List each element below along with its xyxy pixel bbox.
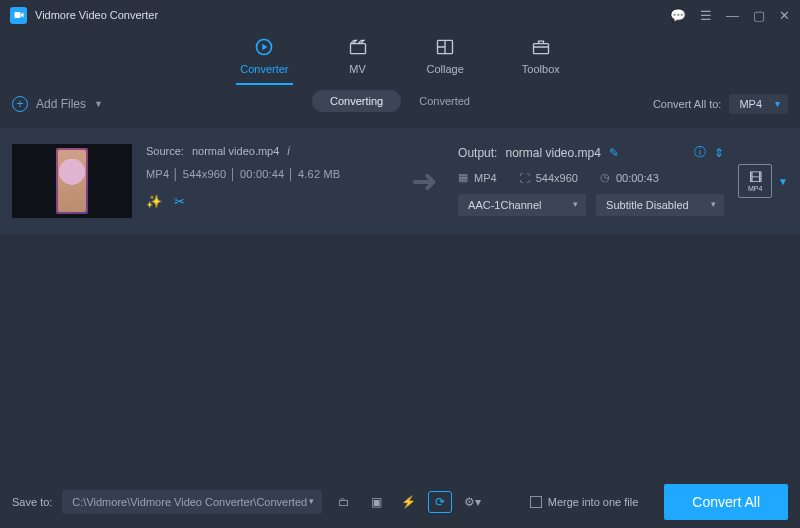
dimensions-icon: ⛶ [519, 172, 530, 184]
arrow-icon: ➜ [405, 162, 444, 200]
app-title: Vidmore Video Converter [35, 9, 158, 21]
nav-converter[interactable]: Converter [240, 37, 288, 85]
nav-toolbox-label: Toolbox [522, 63, 560, 75]
nav-mv-label: MV [349, 63, 366, 75]
add-files-button[interactable]: + Add Files ▼ [12, 96, 103, 112]
format-box-label: MP4 [748, 185, 762, 192]
clock-icon: ◷ [600, 171, 610, 184]
add-files-label: Add Files [36, 97, 86, 111]
convert-all-button[interactable]: Convert All [664, 484, 788, 520]
info-icon[interactable]: i [287, 144, 290, 158]
audio-select[interactable]: AAC-1Channel [458, 194, 586, 216]
video-icon: ▦ [458, 171, 468, 184]
app-logo-icon [10, 7, 27, 24]
svg-rect-4 [533, 44, 548, 54]
save-path-select[interactable]: C:\Vidmore\Vidmore Video Converter\Conve… [62, 490, 322, 514]
edit-icon[interactable]: ✎ [609, 146, 619, 160]
convert-all-to-select[interactable]: MP4 [729, 94, 788, 114]
hw-accel-icon[interactable]: ⚡ [396, 491, 420, 513]
main-nav: Converter MV Collage Toolbox [0, 30, 800, 86]
format-picker: 🎞 MP4 ▼ [738, 164, 788, 198]
output-filename: normal video.mp4 [505, 146, 600, 160]
output-resolution: 544x960 [536, 172, 578, 184]
mv-icon [347, 37, 369, 57]
source-label: Source: [146, 145, 184, 157]
output-label: Output: [458, 146, 497, 160]
output-info-icon[interactable]: ⓘ [694, 144, 706, 161]
format-box[interactable]: 🎞 MP4 [738, 164, 772, 198]
open-folder-icon[interactable]: 🗀 [332, 491, 356, 513]
chevron-down-icon: ▼ [94, 99, 103, 109]
footer: Save to: C:\Vidmore\Vidmore Video Conver… [0, 476, 800, 528]
collage-icon [434, 37, 456, 57]
thumbnail[interactable] [12, 144, 132, 218]
source-size: 4.62 MB [298, 168, 340, 180]
feedback-icon[interactable]: 💬 [670, 8, 686, 23]
maximize-icon[interactable]: ▢ [753, 8, 765, 23]
compress-icon[interactable]: ⇕ [714, 146, 724, 160]
close-icon[interactable]: ✕ [779, 8, 790, 23]
source-meta: MP4 │ 544x960 │ 00:00:44 │ 4.62 MB [146, 168, 391, 180]
toolbox-icon [530, 37, 552, 57]
convert-all-to-label: Convert All to: [653, 98, 721, 110]
status-segmented: Converting Converted [312, 90, 488, 112]
high-speed-icon[interactable]: ⟳ [428, 491, 452, 513]
effects-icon[interactable]: ✨ [146, 194, 162, 209]
checkbox-icon [530, 496, 542, 508]
nav-toolbox[interactable]: Toolbox [522, 37, 560, 85]
titlebar: Vidmore Video Converter 💬 ☰ — ▢ ✕ [0, 0, 800, 30]
file-item: Source: normal video.mp4 i MP4 │ 544x960… [0, 128, 800, 234]
settings-icon[interactable]: ⚙▾ [460, 491, 484, 513]
save-to-label: Save to: [12, 496, 52, 508]
svg-rect-2 [350, 44, 365, 54]
format-dropdown-icon[interactable]: ▼ [778, 176, 788, 187]
film-icon: 🎞 [749, 171, 762, 184]
source-format: MP4 [146, 168, 169, 180]
source-resolution: 544x960 [183, 168, 227, 180]
svg-rect-0 [14, 12, 20, 18]
tab-converted[interactable]: Converted [401, 90, 488, 112]
nav-converter-label: Converter [240, 63, 288, 75]
menu-icon[interactable]: ☰ [700, 8, 712, 23]
source-duration: 00:00:44 [240, 168, 284, 180]
subtitle-select[interactable]: Subtitle Disabled [596, 194, 724, 216]
merge-label: Merge into one file [548, 496, 639, 508]
converter-icon [253, 37, 275, 57]
merge-checkbox[interactable]: Merge into one file [530, 496, 639, 508]
tab-converting[interactable]: Converting [312, 90, 401, 112]
cut-icon[interactable]: ✂ [174, 194, 185, 209]
nav-collage[interactable]: Collage [427, 37, 464, 85]
output-duration: 00:00:43 [616, 172, 659, 184]
source-filename: normal video.mp4 [192, 145, 279, 157]
nav-mv[interactable]: MV [347, 37, 369, 85]
minimize-icon[interactable]: — [726, 8, 739, 23]
output-format: MP4 [474, 172, 497, 184]
plus-circle-icon: + [12, 96, 28, 112]
nav-collage-label: Collage [427, 63, 464, 75]
snapshot-icon[interactable]: ▣ [364, 491, 388, 513]
